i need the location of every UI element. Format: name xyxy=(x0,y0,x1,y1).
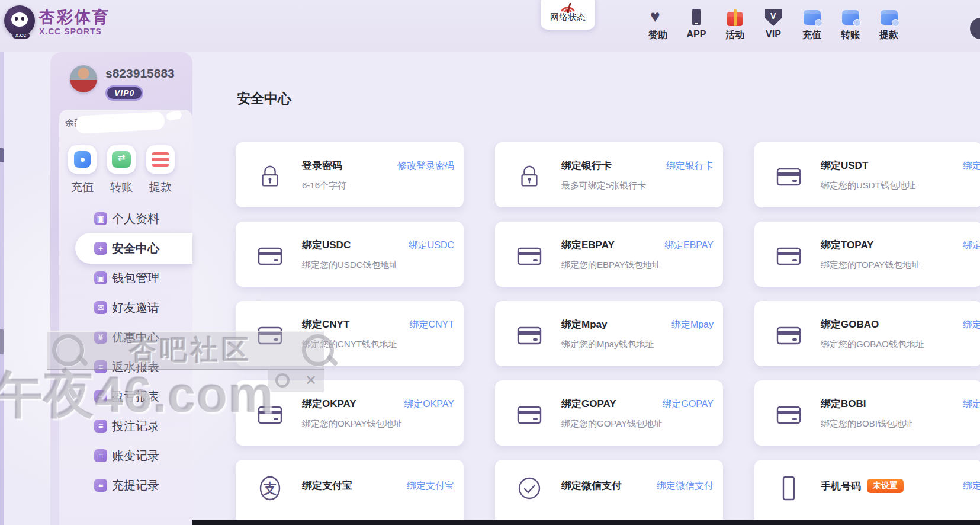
card-title: 绑定微信支付 xyxy=(561,479,622,492)
sidebar-item-icon: + xyxy=(94,242,107,255)
sidebar-item-account-changes[interactable]: ≡ 账变记录 xyxy=(50,441,192,470)
card-action-link[interactable]: 绑定OKPAY xyxy=(404,398,454,411)
lock-icon xyxy=(256,162,284,191)
panda-logo-icon[interactable]: X.CC xyxy=(4,5,35,36)
card-action-link[interactable]: 绑定TOPAY xyxy=(963,239,980,252)
top-action-icon xyxy=(802,8,822,27)
card-action-link[interactable]: 绑定USDT xyxy=(963,160,980,172)
card-title: 绑定支付宝 xyxy=(302,479,352,492)
top-action-transfer[interactable]: 转账 xyxy=(833,4,867,41)
sidebar-item-invite-friends[interactable]: ✉ 好友邀请 xyxy=(50,293,192,322)
bank-card-icon xyxy=(775,162,803,191)
card-bind-bobi: 支 绑定BOBI 绑定BOBI 绑定您的BOBI钱包地址 xyxy=(754,380,980,446)
sidebar-item-icon: ≡ xyxy=(94,479,107,492)
brand-subtitle: X.CC SPORTS xyxy=(39,26,110,37)
card-action-link[interactable]: 绑定支付宝 xyxy=(407,480,454,492)
top-action-app[interactable]: APP xyxy=(679,4,714,41)
card-bind-usdt: 支 绑定USDT 绑定USDT 绑定您的USDT钱包地址 xyxy=(754,142,980,207)
left-edge-strip xyxy=(0,52,4,525)
clipped-corner-widget[interactable] xyxy=(970,18,980,39)
sidebar-item-deposit-withdraw-records[interactable]: ≡ 充提记录 xyxy=(50,470,192,500)
avatar[interactable] xyxy=(70,65,97,92)
vip-level-badge: VIP0 xyxy=(105,85,143,101)
top-action-icon xyxy=(648,8,668,27)
bank-card-icon xyxy=(515,321,544,350)
card-action-link[interactable]: 修改登录密码 xyxy=(397,160,454,172)
quick-action-icon xyxy=(146,145,175,174)
top-actions: 赞助 APP 活动 VIP 充值 转账 提款 xyxy=(641,4,906,41)
left-edge-artifact xyxy=(0,329,4,354)
card-subtitle: 绑定您的TOPAY钱包地址 xyxy=(821,260,920,271)
security-cards-grid: 支 登录密码 修改登录密码 6-16个字符 xyxy=(236,142,980,525)
logo-tag: X.CC xyxy=(12,33,30,39)
card-action-link[interactable]: 绑定EBPAY xyxy=(664,239,714,252)
card-title: 登录密码 xyxy=(302,159,342,172)
bank-card-icon xyxy=(256,242,284,270)
watermark-site-text: 午夜46.com xyxy=(0,360,347,430)
card-bind-gobao: 支 绑定GOBAO 绑定GOBAO 绑定您的GOBAO钱包地址 xyxy=(754,301,980,366)
lock-icon xyxy=(515,162,544,191)
card-action-link[interactable]: 绑定银行卡 xyxy=(666,160,714,172)
card-subtitle: 绑定您的EBPAY钱包地址 xyxy=(561,260,661,271)
username: s823915883 xyxy=(105,66,175,81)
card-action-link[interactable]: 绑定CNYT xyxy=(409,319,454,331)
card-action-link[interactable]: 绑定GOBAO xyxy=(963,319,980,331)
top-action-activity[interactable]: 活动 xyxy=(718,4,752,41)
top-action-icon xyxy=(840,8,860,27)
brand-name: 杏彩体育 xyxy=(39,8,110,26)
card-subtitle: 绑定您的Mpay钱包地址 xyxy=(561,339,654,350)
bank-card-icon xyxy=(515,242,544,270)
card-subtitle: 绑定您的USDC钱包地址 xyxy=(302,260,399,271)
top-action-icon xyxy=(763,8,783,27)
bottom-player-bar xyxy=(192,520,980,525)
top-action-vip[interactable]: VIP xyxy=(756,4,791,41)
card-action-link[interactable]: 绑定GOPAY xyxy=(662,398,714,411)
card-title: 绑定银行卡 xyxy=(561,159,612,172)
sidebar-item-security-center[interactable]: + 安全中心 xyxy=(50,233,192,263)
top-action-withdraw[interactable]: 提款 xyxy=(872,4,906,41)
card-action-link[interactable]: 绑定Mpay xyxy=(671,319,714,331)
card-action-link[interactable]: 绑定BOBI xyxy=(963,398,980,411)
sidebar-item-profile[interactable]: ▣ 个人资料 xyxy=(50,204,192,233)
card-action-link[interactable]: 绑定手机号码 xyxy=(963,480,980,492)
quick-action-transfer[interactable]: 转账 xyxy=(104,145,139,195)
card-title: 绑定EBPAY xyxy=(561,238,615,252)
top-action-sponsor[interactable]: 赞助 xyxy=(641,4,675,41)
card-title: 绑定GOBAO xyxy=(821,318,879,331)
card-subtitle: 绑定您的BOBI钱包地址 xyxy=(821,418,913,430)
card-subtitle: 绑定您的GOPAY钱包地址 xyxy=(561,418,663,430)
network-status-label: 网络状态 xyxy=(541,12,595,23)
bank-card-icon xyxy=(775,321,803,350)
sidebar-item-wallet-manage[interactable]: ▣ 钱包管理 xyxy=(50,263,192,293)
top-action-icon xyxy=(879,8,899,27)
sidebar-item-icon: ✉ xyxy=(94,301,107,314)
top-action-icon xyxy=(686,8,706,27)
security-center-page: X.CC 杏彩体育 X.CC SPORTS 网络状态 赞助 APP xyxy=(0,0,980,525)
card-bind-mpay: 支 绑定Mpay 绑定Mpay 绑定您的Mpay钱包地址 xyxy=(495,301,723,366)
signal-icon xyxy=(558,0,578,13)
card-title: 绑定Mpay xyxy=(561,318,607,331)
card-action-link[interactable]: 绑定USDC xyxy=(409,239,454,252)
card-title: 绑定CNYT xyxy=(302,318,349,331)
page-title: 安全中心 xyxy=(237,89,291,108)
quick-action-icon xyxy=(68,145,97,174)
quick-action-recharge[interactable]: 充值 xyxy=(65,145,100,195)
status-badge: 未设置 xyxy=(867,479,904,493)
bank-card-icon xyxy=(775,401,803,429)
card-subtitle: 绑定您的USDT钱包地址 xyxy=(821,180,916,191)
brand[interactable]: 杏彩体育 X.CC SPORTS xyxy=(39,8,110,37)
sidebar-quick-actions: 充值 转账 提款 xyxy=(50,145,192,195)
card-bind-bank-card: 支 绑定银行卡 绑定银行卡 最多可绑定5张银行卡 xyxy=(495,142,723,207)
card-bind-gopay: 支 绑定GOPAY 绑定GOPAY 绑定您的GOPAY钱包地址 xyxy=(495,380,723,446)
sidebar-item-icon: ▣ xyxy=(94,212,107,225)
top-navbar: X.CC 杏彩体育 X.CC SPORTS 网络状态 赞助 APP xyxy=(0,0,980,52)
card-title: 手机号码 xyxy=(821,479,861,493)
network-status-widget[interactable]: 网络状态 xyxy=(541,0,595,30)
card-bind-topay: 支 绑定TOPAY 绑定TOPAY 绑定您的TOPAY钱包地址 xyxy=(754,222,980,287)
card-action-link[interactable]: 绑定微信支付 xyxy=(657,480,714,492)
quick-action-withdraw[interactable]: 提款 xyxy=(143,145,178,195)
card-subtitle: 绑定您的GOBAO钱包地址 xyxy=(821,339,924,350)
bank-card-icon xyxy=(515,401,544,429)
top-action-recharge[interactable]: 充值 xyxy=(795,4,829,41)
card-login-password: 支 登录密码 修改登录密码 6-16个字符 xyxy=(236,142,464,207)
